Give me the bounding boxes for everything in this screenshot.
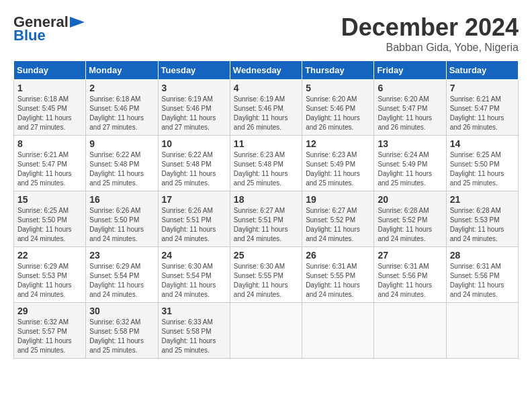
day-number: 17 xyxy=(162,194,226,205)
day-info: Sunrise: 6:31 AMSunset: 5:55 PMDaylight:… xyxy=(306,262,370,300)
table-row: 13Sunrise: 6:24 AMSunset: 5:49 PMDayligh… xyxy=(374,136,446,191)
day-number: 26 xyxy=(306,250,370,261)
table-row: 29Sunrise: 6:32 AMSunset: 5:57 PMDayligh… xyxy=(14,303,86,359)
day-info: Sunrise: 6:18 AMSunset: 5:46 PMDaylight:… xyxy=(89,95,154,132)
day-number: 15 xyxy=(17,194,82,205)
day-number: 2 xyxy=(89,83,154,93)
table-row: 20Sunrise: 6:28 AMSunset: 5:52 PMDayligh… xyxy=(374,191,446,247)
day-number: 21 xyxy=(450,194,515,205)
day-info: Sunrise: 6:23 AMSunset: 5:49 PMDaylight:… xyxy=(306,150,370,188)
day-info: Sunrise: 6:20 AMSunset: 5:47 PMDaylight:… xyxy=(378,95,442,132)
table-row xyxy=(302,303,374,359)
calendar-week-row: 22Sunrise: 6:29 AMSunset: 5:53 PMDayligh… xyxy=(14,247,519,303)
table-row: 7Sunrise: 6:21 AMSunset: 5:47 PMDaylight… xyxy=(446,80,518,136)
calendar-location: Babban Gida, Yobe, Nigeria xyxy=(341,42,519,54)
day-info: Sunrise: 6:29 AMSunset: 5:54 PMDaylight:… xyxy=(89,262,154,300)
day-number: 10 xyxy=(162,138,226,149)
calendar-title-area: December 2024 Babban Gida, Yobe, Nigeria xyxy=(341,13,519,54)
table-row: 28Sunrise: 6:31 AMSunset: 5:56 PMDayligh… xyxy=(446,247,518,303)
table-row: 4Sunrise: 6:19 AMSunset: 5:46 PMDaylight… xyxy=(230,80,302,136)
page-header: General Blue December 2024 Babban Gida, … xyxy=(13,13,519,54)
day-number: 6 xyxy=(378,83,442,93)
day-info: Sunrise: 6:23 AMSunset: 5:48 PMDaylight:… xyxy=(234,150,298,188)
table-row: 9Sunrise: 6:22 AMSunset: 5:48 PMDaylight… xyxy=(86,136,158,191)
table-row: 25Sunrise: 6:30 AMSunset: 5:55 PMDayligh… xyxy=(230,247,302,303)
header-tuesday: Tuesday xyxy=(158,61,230,80)
table-row: 23Sunrise: 6:29 AMSunset: 5:54 PMDayligh… xyxy=(86,247,158,303)
day-number: 22 xyxy=(17,250,82,261)
day-number: 8 xyxy=(17,138,82,149)
table-row: 26Sunrise: 6:31 AMSunset: 5:55 PMDayligh… xyxy=(302,247,374,303)
day-number: 3 xyxy=(162,83,226,93)
logo: General Blue xyxy=(13,13,86,44)
table-row: 1Sunrise: 6:18 AMSunset: 5:45 PMDaylight… xyxy=(14,80,86,136)
calendar-table: Sunday Monday Tuesday Wednesday Thursday… xyxy=(13,60,519,359)
header-sunday: Sunday xyxy=(14,61,86,80)
day-number: 28 xyxy=(450,250,515,261)
table-row: 16Sunrise: 6:26 AMSunset: 5:50 PMDayligh… xyxy=(86,191,158,247)
day-info: Sunrise: 6:21 AMSunset: 5:47 PMDaylight:… xyxy=(17,150,82,188)
day-info: Sunrise: 6:22 AMSunset: 5:48 PMDaylight:… xyxy=(89,150,154,188)
day-number: 19 xyxy=(306,194,370,205)
day-number: 25 xyxy=(234,250,298,261)
day-info: Sunrise: 6:20 AMSunset: 5:46 PMDaylight:… xyxy=(306,95,370,132)
day-number: 20 xyxy=(378,194,442,205)
day-info: Sunrise: 6:19 AMSunset: 5:46 PMDaylight:… xyxy=(234,95,298,132)
calendar-week-row: 1Sunrise: 6:18 AMSunset: 5:45 PMDaylight… xyxy=(14,80,519,136)
calendar-month-title: December 2024 xyxy=(341,13,519,42)
day-info: Sunrise: 6:27 AMSunset: 5:51 PMDaylight:… xyxy=(234,206,298,244)
table-row: 31Sunrise: 6:33 AMSunset: 5:58 PMDayligh… xyxy=(158,303,230,359)
day-info: Sunrise: 6:27 AMSunset: 5:52 PMDaylight:… xyxy=(306,206,370,244)
table-row: 6Sunrise: 6:20 AMSunset: 5:47 PMDaylight… xyxy=(374,80,446,136)
day-info: Sunrise: 6:19 AMSunset: 5:46 PMDaylight:… xyxy=(162,95,226,132)
svg-marker-0 xyxy=(70,17,85,28)
table-row: 5Sunrise: 6:20 AMSunset: 5:46 PMDaylight… xyxy=(302,80,374,136)
header-wednesday: Wednesday xyxy=(230,61,302,80)
table-row xyxy=(446,303,518,359)
day-number: 11 xyxy=(234,138,298,149)
day-info: Sunrise: 6:24 AMSunset: 5:49 PMDaylight:… xyxy=(378,150,442,188)
day-info: Sunrise: 6:32 AMSunset: 5:58 PMDaylight:… xyxy=(89,318,154,355)
calendar-week-row: 29Sunrise: 6:32 AMSunset: 5:57 PMDayligh… xyxy=(14,303,519,359)
table-row: 2Sunrise: 6:18 AMSunset: 5:46 PMDaylight… xyxy=(86,80,158,136)
day-number: 12 xyxy=(306,138,370,149)
day-info: Sunrise: 6:28 AMSunset: 5:53 PMDaylight:… xyxy=(450,206,515,244)
day-info: Sunrise: 6:30 AMSunset: 5:54 PMDaylight:… xyxy=(162,262,226,300)
header-thursday: Thursday xyxy=(302,61,374,80)
table-row: 30Sunrise: 6:32 AMSunset: 5:58 PMDayligh… xyxy=(86,303,158,359)
header-saturday: Saturday xyxy=(446,61,518,80)
day-number: 30 xyxy=(89,306,154,316)
day-number: 18 xyxy=(234,194,298,205)
table-row: 10Sunrise: 6:22 AMSunset: 5:48 PMDayligh… xyxy=(158,136,230,191)
table-row: 15Sunrise: 6:25 AMSunset: 5:50 PMDayligh… xyxy=(14,191,86,247)
day-info: Sunrise: 6:25 AMSunset: 5:50 PMDaylight:… xyxy=(450,150,515,188)
day-number: 31 xyxy=(162,306,226,316)
day-number: 29 xyxy=(17,306,82,316)
day-info: Sunrise: 6:28 AMSunset: 5:52 PMDaylight:… xyxy=(378,206,442,244)
day-info: Sunrise: 6:25 AMSunset: 5:50 PMDaylight:… xyxy=(17,206,82,244)
day-number: 9 xyxy=(89,138,154,149)
day-info: Sunrise: 6:18 AMSunset: 5:45 PMDaylight:… xyxy=(17,95,82,132)
day-info: Sunrise: 6:21 AMSunset: 5:47 PMDaylight:… xyxy=(450,95,515,132)
day-info: Sunrise: 6:30 AMSunset: 5:55 PMDaylight:… xyxy=(234,262,298,300)
day-info: Sunrise: 6:22 AMSunset: 5:48 PMDaylight:… xyxy=(162,150,226,188)
day-number: 27 xyxy=(378,250,442,261)
table-row: 18Sunrise: 6:27 AMSunset: 5:51 PMDayligh… xyxy=(230,191,302,247)
table-row xyxy=(230,303,302,359)
day-info: Sunrise: 6:33 AMSunset: 5:58 PMDaylight:… xyxy=(162,318,226,355)
table-row: 19Sunrise: 6:27 AMSunset: 5:52 PMDayligh… xyxy=(302,191,374,247)
table-row: 21Sunrise: 6:28 AMSunset: 5:53 PMDayligh… xyxy=(446,191,518,247)
table-row: 24Sunrise: 6:30 AMSunset: 5:54 PMDayligh… xyxy=(158,247,230,303)
calendar-week-row: 8Sunrise: 6:21 AMSunset: 5:47 PMDaylight… xyxy=(14,136,519,191)
day-number: 24 xyxy=(162,250,226,261)
header-monday: Monday xyxy=(86,61,158,80)
table-row: 12Sunrise: 6:23 AMSunset: 5:49 PMDayligh… xyxy=(302,136,374,191)
day-info: Sunrise: 6:29 AMSunset: 5:53 PMDaylight:… xyxy=(17,262,82,300)
table-row: 17Sunrise: 6:26 AMSunset: 5:51 PMDayligh… xyxy=(158,191,230,247)
day-info: Sunrise: 6:31 AMSunset: 5:56 PMDaylight:… xyxy=(450,262,515,300)
header-friday: Friday xyxy=(374,61,446,80)
day-number: 13 xyxy=(378,138,442,149)
table-row: 22Sunrise: 6:29 AMSunset: 5:53 PMDayligh… xyxy=(14,247,86,303)
day-number: 1 xyxy=(17,83,82,93)
table-row: 11Sunrise: 6:23 AMSunset: 5:48 PMDayligh… xyxy=(230,136,302,191)
